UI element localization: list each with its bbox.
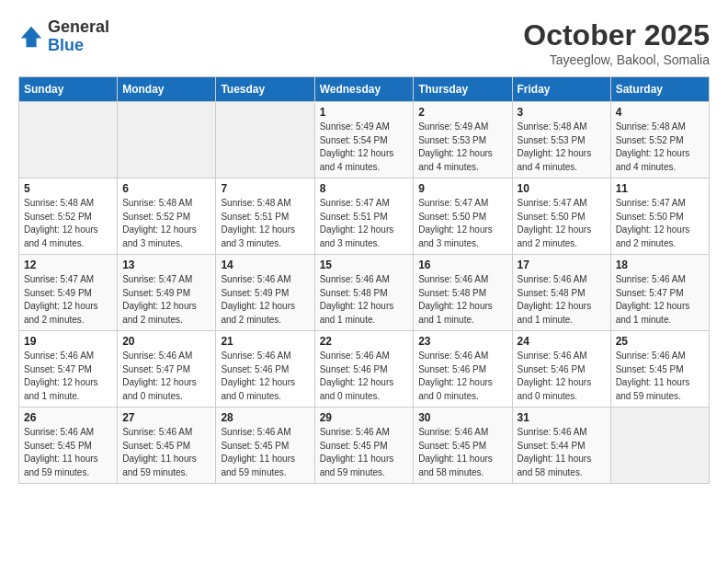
day-number: 22	[320, 335, 409, 348]
day-number: 30	[418, 411, 506, 424]
day-info: Sunrise: 5:46 AM Sunset: 5:47 PM Dayligh…	[24, 350, 112, 403]
day-number: 1	[320, 106, 409, 119]
calendar-cell: 9Sunrise: 5:47 AM Sunset: 5:50 PM Daylig…	[414, 178, 512, 255]
day-info: Sunrise: 5:46 AM Sunset: 5:47 PM Dayligh…	[122, 350, 210, 403]
day-info: Sunrise: 5:46 AM Sunset: 5:45 PM Dayligh…	[320, 426, 409, 479]
month-title: October 2025	[523, 18, 710, 52]
day-number: 3	[518, 106, 606, 119]
day-number: 25	[616, 335, 704, 348]
day-info: Sunrise: 5:46 AM Sunset: 5:49 PM Dayligh…	[221, 273, 309, 327]
day-number: 21	[221, 335, 309, 348]
day-number: 7	[221, 182, 309, 195]
week-row-4: 19Sunrise: 5:46 AM Sunset: 5:47 PM Dayli…	[19, 331, 710, 408]
calendar-cell: 15Sunrise: 5:46 AM Sunset: 5:48 PM Dayli…	[314, 255, 414, 331]
day-number: 9	[418, 182, 506, 195]
day-number: 8	[320, 182, 409, 195]
day-info: Sunrise: 5:46 AM Sunset: 5:45 PM Dayligh…	[122, 426, 210, 479]
day-info: Sunrise: 5:47 AM Sunset: 5:50 PM Dayligh…	[518, 197, 606, 250]
calendar-cell: 26Sunrise: 5:46 AM Sunset: 5:45 PM Dayli…	[19, 408, 118, 484]
calendar-cell: 18Sunrise: 5:46 AM Sunset: 5:47 PM Dayli…	[610, 255, 709, 331]
day-header-saturday: Saturday	[610, 77, 709, 102]
calendar-cell: 6Sunrise: 5:48 AM Sunset: 5:52 PM Daylig…	[118, 178, 216, 255]
day-info: Sunrise: 5:46 AM Sunset: 5:46 PM Dayligh…	[221, 350, 309, 403]
day-info: Sunrise: 5:46 AM Sunset: 5:46 PM Dayligh…	[418, 350, 506, 403]
day-number: 11	[616, 182, 704, 195]
logo-text: General Blue	[48, 18, 109, 55]
week-row-5: 26Sunrise: 5:46 AM Sunset: 5:45 PM Dayli…	[19, 408, 710, 484]
day-info: Sunrise: 5:47 AM Sunset: 5:51 PM Dayligh…	[320, 197, 409, 250]
logo-general-text: General	[48, 17, 109, 36]
title-block: October 2025 Tayeeglow, Bakool, Somalia	[523, 18, 710, 67]
day-number: 26	[24, 411, 112, 424]
day-header-sunday: Sunday	[19, 77, 118, 102]
calendar-cell: 19Sunrise: 5:46 AM Sunset: 5:47 PM Dayli…	[19, 331, 118, 408]
day-number: 29	[320, 411, 409, 424]
calendar-cell: 7Sunrise: 5:48 AM Sunset: 5:51 PM Daylig…	[216, 178, 314, 255]
day-info: Sunrise: 5:46 AM Sunset: 5:48 PM Dayligh…	[518, 273, 606, 327]
calendar-cell: 29Sunrise: 5:46 AM Sunset: 5:45 PM Dayli…	[314, 408, 414, 484]
day-info: Sunrise: 5:46 AM Sunset: 5:48 PM Dayligh…	[418, 273, 506, 327]
calendar-cell: 16Sunrise: 5:46 AM Sunset: 5:48 PM Dayli…	[414, 255, 512, 331]
calendar-cell: 14Sunrise: 5:46 AM Sunset: 5:49 PM Dayli…	[216, 255, 314, 331]
day-info: Sunrise: 5:48 AM Sunset: 5:52 PM Dayligh…	[616, 121, 704, 174]
calendar-cell	[118, 102, 216, 178]
header-row: SundayMondayTuesdayWednesdayThursdayFrid…	[19, 77, 710, 102]
day-number: 23	[418, 335, 506, 348]
day-number: 20	[122, 335, 210, 348]
day-number: 6	[122, 182, 210, 195]
calendar-cell: 30Sunrise: 5:46 AM Sunset: 5:45 PM Dayli…	[414, 408, 512, 484]
day-info: Sunrise: 5:46 AM Sunset: 5:45 PM Dayligh…	[221, 426, 309, 479]
day-number: 2	[418, 106, 506, 119]
svg-marker-0	[21, 27, 41, 47]
day-info: Sunrise: 5:49 AM Sunset: 5:54 PM Dayligh…	[320, 121, 409, 174]
day-number: 14	[221, 259, 309, 271]
logo-blue-text: Blue	[48, 36, 84, 54]
calendar-cell: 12Sunrise: 5:47 AM Sunset: 5:49 PM Dayli…	[19, 255, 118, 331]
day-number: 15	[320, 259, 409, 271]
day-info: Sunrise: 5:46 AM Sunset: 5:48 PM Dayligh…	[320, 273, 409, 327]
day-info: Sunrise: 5:48 AM Sunset: 5:51 PM Dayligh…	[221, 197, 309, 250]
calendar-cell: 1Sunrise: 5:49 AM Sunset: 5:54 PM Daylig…	[314, 102, 414, 178]
calendar-cell: 3Sunrise: 5:48 AM Sunset: 5:53 PM Daylig…	[512, 102, 610, 178]
day-info: Sunrise: 5:46 AM Sunset: 5:46 PM Dayligh…	[320, 350, 409, 403]
day-header-friday: Friday	[512, 77, 610, 102]
calendar-cell	[19, 102, 118, 178]
day-info: Sunrise: 5:46 AM Sunset: 5:45 PM Dayligh…	[616, 350, 704, 403]
day-number: 13	[122, 259, 210, 271]
day-number: 27	[122, 411, 210, 424]
day-info: Sunrise: 5:47 AM Sunset: 5:49 PM Dayligh…	[24, 273, 112, 327]
day-info: Sunrise: 5:47 AM Sunset: 5:50 PM Dayligh…	[418, 197, 506, 250]
day-number: 18	[616, 259, 704, 271]
logo: General Blue	[18, 18, 109, 55]
calendar-cell: 31Sunrise: 5:46 AM Sunset: 5:44 PM Dayli…	[512, 408, 610, 484]
calendar-cell: 11Sunrise: 5:47 AM Sunset: 5:50 PM Dayli…	[610, 178, 709, 255]
calendar-cell: 13Sunrise: 5:47 AM Sunset: 5:49 PM Dayli…	[118, 255, 216, 331]
week-row-2: 5Sunrise: 5:48 AM Sunset: 5:52 PM Daylig…	[19, 178, 710, 255]
page-header: General Blue October 2025 Tayeeglow, Bak…	[18, 18, 710, 67]
calendar-cell: 22Sunrise: 5:46 AM Sunset: 5:46 PM Dayli…	[314, 331, 414, 408]
calendar-cell: 5Sunrise: 5:48 AM Sunset: 5:52 PM Daylig…	[19, 178, 118, 255]
calendar-cell	[216, 102, 314, 178]
day-info: Sunrise: 5:49 AM Sunset: 5:53 PM Dayligh…	[418, 121, 506, 174]
location-text: Tayeeglow, Bakool, Somalia	[523, 52, 710, 67]
day-number: 17	[518, 259, 606, 271]
calendar-cell: 10Sunrise: 5:47 AM Sunset: 5:50 PM Dayli…	[512, 178, 610, 255]
calendar-table: SundayMondayTuesdayWednesdayThursdayFrid…	[18, 76, 710, 484]
week-row-1: 1Sunrise: 5:49 AM Sunset: 5:54 PM Daylig…	[19, 102, 710, 178]
day-number: 28	[221, 411, 309, 424]
day-number: 24	[518, 335, 606, 348]
day-number: 31	[518, 411, 606, 424]
day-header-tuesday: Tuesday	[216, 77, 314, 102]
calendar-cell: 23Sunrise: 5:46 AM Sunset: 5:46 PM Dayli…	[414, 331, 512, 408]
day-info: Sunrise: 5:46 AM Sunset: 5:44 PM Dayligh…	[518, 426, 606, 479]
calendar-cell: 25Sunrise: 5:46 AM Sunset: 5:45 PM Dayli…	[610, 331, 709, 408]
logo-icon	[18, 24, 44, 50]
day-info: Sunrise: 5:48 AM Sunset: 5:52 PM Dayligh…	[24, 197, 112, 250]
day-info: Sunrise: 5:46 AM Sunset: 5:46 PM Dayligh…	[518, 350, 606, 403]
calendar-cell: 17Sunrise: 5:46 AM Sunset: 5:48 PM Dayli…	[512, 255, 610, 331]
calendar-cell: 27Sunrise: 5:46 AM Sunset: 5:45 PM Dayli…	[118, 408, 216, 484]
calendar-cell: 28Sunrise: 5:46 AM Sunset: 5:45 PM Dayli…	[216, 408, 314, 484]
day-number: 5	[24, 182, 112, 195]
day-number: 4	[616, 106, 704, 119]
day-header-thursday: Thursday	[414, 77, 512, 102]
